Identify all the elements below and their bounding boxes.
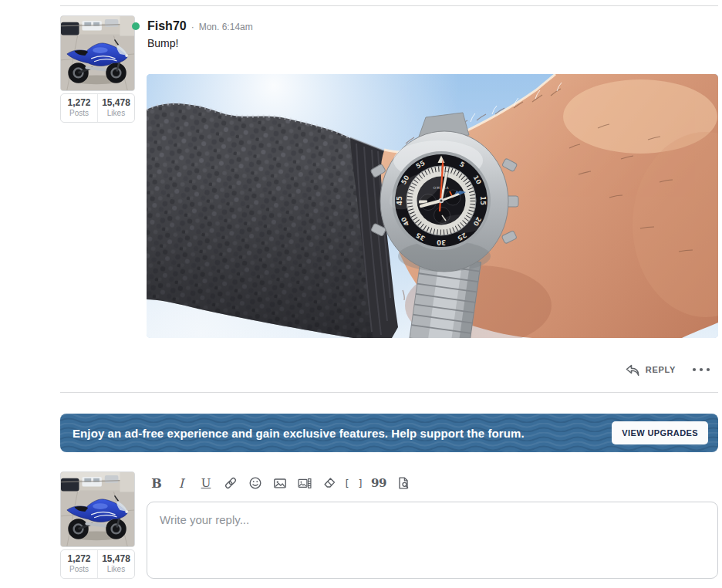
emoji-button[interactable]	[248, 474, 263, 492]
likes-stat[interactable]: 15,478 Likes	[98, 550, 134, 578]
link-icon	[223, 475, 238, 492]
likes-count: 15,478	[102, 98, 130, 109]
eraser-icon	[322, 475, 337, 492]
view-upgrades-button[interactable]: VIEW UPGRADES	[612, 421, 708, 444]
insert-gallery-button[interactable]	[297, 474, 312, 492]
posts-label: Posts	[69, 565, 89, 574]
insert-image-button[interactable]	[272, 474, 288, 492]
online-indicator	[132, 22, 140, 30]
reply-textarea[interactable]	[147, 502, 718, 579]
posts-count: 1,272	[67, 554, 90, 565]
post-timestamp[interactable]: Mon. 6:14am	[199, 22, 253, 32]
remove-formatting-button[interactable]	[322, 474, 337, 492]
likes-count: 15,478	[102, 554, 130, 565]
svg-text:15: 15	[479, 196, 487, 205]
more-options-button[interactable]	[691, 362, 711, 377]
likes-label: Likes	[107, 565, 125, 574]
header-separator: ·	[191, 22, 194, 32]
smiley-icon	[248, 475, 263, 492]
gallery-icon	[297, 475, 312, 492]
forum-thread-page: { "user": { "name": "Fish70", "status": …	[0, 0, 722, 588]
quote-button[interactable]: 99	[371, 474, 386, 492]
reply-button[interactable]: REPLY	[625, 363, 676, 377]
posts-count: 1,272	[67, 98, 90, 109]
bold-button[interactable]: B	[149, 474, 164, 492]
likes-label: Likes	[107, 109, 125, 118]
image-icon	[272, 475, 288, 492]
post-body-text: Bump!	[147, 37, 178, 49]
section-divider	[60, 392, 718, 393]
composer-user-stats: 1,272 Posts 15,478 Likes	[60, 549, 135, 579]
top-divider	[60, 5, 718, 6]
post-image[interactable]: 5 10 15 20 25 30 35 40 45 50 55 OMEGA	[147, 74, 718, 338]
composer-avatar[interactable]	[60, 471, 135, 547]
preview-document-icon	[396, 475, 411, 492]
likes-stat[interactable]: 15,478 Likes	[98, 94, 134, 122]
post-action-bar: REPLY	[625, 361, 711, 378]
posts-stat[interactable]: 1,272 Posts	[61, 550, 98, 578]
motorcycle-avatar-image	[61, 472, 134, 546]
reply-arrow-icon	[625, 363, 640, 377]
banner-message: Enjoy an ad-free experience and gain exc…	[73, 427, 525, 440]
italic-button[interactable]: I	[174, 474, 189, 492]
post-header: Fish70 · Mon. 6:14am	[147, 19, 253, 33]
motorcycle-avatar-image	[61, 16, 134, 90]
insert-link-button[interactable]	[223, 474, 238, 492]
upgrade-promo-banner: Enjoy an ad-free experience and gain exc…	[60, 414, 718, 452]
underline-button[interactable]: U	[198, 474, 214, 492]
wristwatch-photo-illustration: 5 10 15 20 25 30 35 40 45 50 55 OMEGA	[147, 74, 718, 338]
ellipsis-icon	[691, 362, 711, 377]
author-avatar[interactable]	[60, 15, 135, 91]
posts-stat[interactable]: 1,272 Posts	[61, 94, 98, 122]
code-button[interactable]: [ ]	[346, 474, 362, 492]
editor-toolbar: B I U	[149, 472, 411, 494]
author-stats: 1,272 Posts 15,478 Likes	[60, 93, 135, 123]
author-username[interactable]: Fish70	[147, 19, 187, 33]
svg-text:30: 30	[437, 238, 446, 246]
posts-label: Posts	[69, 109, 89, 118]
reply-label: REPLY	[646, 365, 676, 374]
preview-button[interactable]	[396, 474, 411, 492]
